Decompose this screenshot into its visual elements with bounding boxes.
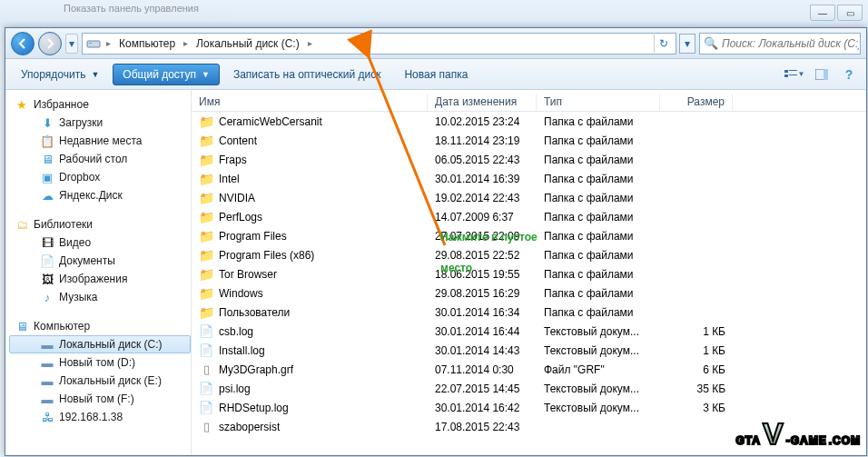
sidebar-item-dropbox[interactable]: ▣Dropbox <box>9 168 191 186</box>
file-size: 35 КБ <box>660 382 733 395</box>
file-row[interactable]: 📄psi.log22.07.2015 14:45Текстовый докум.… <box>192 379 866 398</box>
sidebar-item-drive-c[interactable]: ▬Локальный диск (C:) <box>9 335 191 353</box>
search-input[interactable] <box>722 37 859 50</box>
svg-rect-4 <box>784 75 788 77</box>
favorites-header[interactable]: ★Избранное <box>9 95 191 114</box>
folder-icon: 📁 <box>199 305 213 320</box>
sidebar-item-network[interactable]: 🖧192.168.1.38 <box>9 408 191 426</box>
file-date: 07.11.2014 0:30 <box>428 363 537 376</box>
file-row[interactable]: 📄Install.log30.01.2014 14:43Текстовый до… <box>192 341 866 360</box>
file-name: Program Files (x86) <box>219 249 314 262</box>
file-date: 30.01.2014 16:42 <box>428 402 537 414</box>
file-type: Папка с файлами <box>537 230 660 243</box>
view-button[interactable]: ▼ <box>783 64 806 85</box>
address-bar-row: ▾ ▸ Компьютер ▸ Локальный диск (C:) ▸ ↻ … <box>5 28 866 59</box>
sidebar-item-music[interactable]: ♪Музыка <box>9 288 191 306</box>
file-row[interactable]: 📁Tor Browser18.06.2015 19:55Папка с файл… <box>192 264 866 283</box>
libraries-header[interactable]: 🗂Библиотеки <box>9 215 191 233</box>
organize-button[interactable]: Упорядочить▼ <box>11 64 109 85</box>
column-size[interactable]: Размер <box>660 94 733 111</box>
sidebar-item-drive-f[interactable]: ▬Новый том (F:) <box>9 390 191 408</box>
sidebar-item-documents[interactable]: 📄Документы <box>9 252 191 270</box>
file-type: Папка с файлами <box>537 287 660 300</box>
sidebar-item-desktop[interactable]: 🖥Рабочий стол <box>9 150 191 168</box>
file-name: PerfLogs <box>219 211 262 224</box>
file-row[interactable]: 📄csb.log30.01.2014 16:44Текстовый докум.… <box>192 322 866 341</box>
star-icon: ★ <box>15 97 29 112</box>
sidebar-item-recent[interactable]: 📋Недавние места <box>9 132 191 150</box>
file-type: Папка с файлами <box>537 154 660 166</box>
computer-group: 🖥Компьютер ▬Локальный диск (C:) ▬Новый т… <box>9 317 191 426</box>
file-row[interactable]: 📄RHDSetup.log30.01.2014 16:42Текстовый д… <box>192 398 866 417</box>
address-dropdown[interactable]: ▾ <box>679 34 695 54</box>
maximize-button[interactable]: ▭ <box>837 5 863 21</box>
libraries-icon: 🗂 <box>15 217 29 232</box>
file-row[interactable]: 📁Fraps06.05.2015 22:43Папка с файлами <box>192 150 866 169</box>
file-row[interactable]: 📁Content18.11.2014 23:19Папка с файлами <box>192 131 866 150</box>
sidebar-item-downloads[interactable]: ⬇Загрузки <box>9 114 191 132</box>
file-row[interactable]: 📁Пользователи30.01.2014 16:34Папка с фай… <box>192 303 866 322</box>
file-type: Файл "GRF" <box>537 363 660 376</box>
file-size: 1 КБ <box>660 344 733 357</box>
search-icon: 🔍 <box>704 36 718 50</box>
column-date[interactable]: Дата изменения <box>428 94 537 111</box>
address-bar[interactable]: ▸ Компьютер ▸ Локальный диск (C:) ▸ ↻ <box>82 33 676 55</box>
column-type[interactable]: Тип <box>537 94 660 111</box>
help-button[interactable]: ? <box>837 64 861 85</box>
sidebar-item-video[interactable]: 🎞Видео <box>9 233 191 252</box>
file-name: RHDSetup.log <box>219 402 289 414</box>
new-folder-button[interactable]: Новая папка <box>394 64 478 85</box>
back-button[interactable] <box>11 32 35 55</box>
file-row[interactable]: 📁Intel30.01.2014 16:39Папка с файлами <box>192 169 866 188</box>
watermark: GTAV-GAME.COM <box>736 416 861 452</box>
sidebar-item-yandex[interactable]: ☁Яндекс.Диск <box>9 186 191 204</box>
file-date: 22.07.2015 14:45 <box>428 382 537 395</box>
file-row[interactable]: 📁Program Files27.07.2015 22:09Папка с фа… <box>192 226 866 245</box>
computer-icon: 🖥 <box>15 319 29 333</box>
file-name: csb.log <box>219 325 253 338</box>
file-type: Папка с файлами <box>537 173 660 185</box>
share-button[interactable]: Общий доступ▼ <box>113 64 220 85</box>
svg-rect-5 <box>789 75 797 75</box>
folder-icon: 📁 <box>199 134 213 148</box>
documents-icon: 📄 <box>40 253 54 268</box>
explorer-window: — ▭ ▾ ▸ Компьютер ▸ Локальный диск (C:) … <box>5 27 867 456</box>
search-box[interactable]: 🔍 <box>699 33 861 55</box>
preview-pane-button[interactable] <box>810 64 833 85</box>
folder-icon: 📁 <box>199 172 213 186</box>
burn-button[interactable]: Записать на оптический диск <box>223 64 391 85</box>
sidebar-item-drive-d[interactable]: ▬Новый том (D:) <box>9 353 191 372</box>
file-row[interactable]: ▯My3DGraph.grf07.11.2014 0:30Файл "GRF"6… <box>192 360 866 379</box>
refresh-button[interactable]: ↻ <box>654 35 672 53</box>
file-name: Windows <box>219 287 263 300</box>
file-type: Папка с файлами <box>537 192 660 204</box>
nav-history-dropdown[interactable]: ▾ <box>65 34 78 54</box>
breadcrumb-disk[interactable]: Локальный диск (C:) <box>193 36 302 51</box>
parent-window-hint: Показать панель управления <box>0 0 868 27</box>
file-type: Папка с файлами <box>537 115 660 128</box>
folder-icon: 📁 <box>199 248 213 263</box>
chevron-down-icon: ▼ <box>798 70 805 78</box>
file-row[interactable]: 📁CeramicWebCersanit10.02.2015 23:24Папка… <box>192 112 866 131</box>
network-icon: 🖧 <box>40 410 54 424</box>
file-list[interactable]: 📁CeramicWebCersanit10.02.2015 23:24Папка… <box>192 112 866 455</box>
folder-icon: 📁 <box>199 286 213 301</box>
file-row[interactable]: 📁Program Files (x86)29.08.2015 22:52Папк… <box>192 245 866 264</box>
file-date: 30.01.2014 16:39 <box>428 173 537 185</box>
minimize-button[interactable]: — <box>810 5 835 21</box>
file-date: 10.02.2015 23:24 <box>428 115 537 128</box>
file-row[interactable]: 📁NVIDIA19.02.2014 22:43Папка с файлами <box>192 188 866 207</box>
file-name: szabopersist <box>219 421 280 433</box>
file-date: 18.11.2014 23:19 <box>428 134 537 147</box>
drive-icon: ▬ <box>40 392 54 406</box>
forward-button[interactable] <box>38 32 62 55</box>
file-row[interactable]: 📁PerfLogs14.07.2009 6:37Папка с файлами <box>192 207 866 226</box>
navigation-pane[interactable]: ★Избранное ⬇Загрузки 📋Недавние места 🖥Ра… <box>5 90 192 455</box>
file-row[interactable]: 📁Windows29.08.2015 16:29Папка с файлами <box>192 283 866 303</box>
breadcrumb-computer[interactable]: Компьютер <box>116 36 178 51</box>
text-file-icon: 📄 <box>199 324 213 339</box>
column-name[interactable]: Имя <box>192 94 428 111</box>
sidebar-item-drive-e[interactable]: ▬Локальный диск (E:) <box>9 372 191 390</box>
computer-header[interactable]: 🖥Компьютер <box>9 317 191 335</box>
sidebar-item-pictures[interactable]: 🖼Изображения <box>9 270 191 288</box>
